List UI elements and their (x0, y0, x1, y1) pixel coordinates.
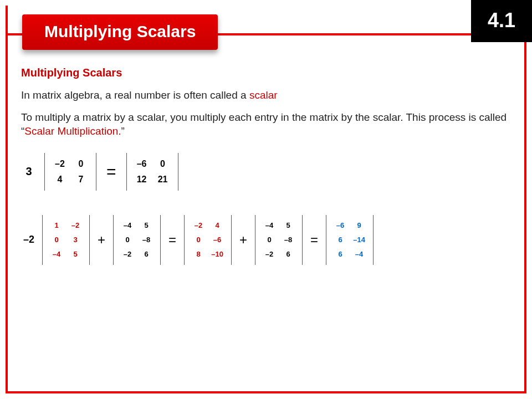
cell: 5 (66, 247, 85, 262)
cell: 5 (137, 218, 156, 233)
cell: –14 (350, 233, 369, 247)
sub-heading: Multiplying Scalars (21, 66, 511, 79)
cell: 12 (131, 172, 152, 187)
cell: 9 (350, 218, 369, 233)
eq1-scalar: 3 (21, 165, 37, 178)
cell: 0 (70, 156, 91, 172)
eq2-matrix-C: –24 0–6 8–10 (184, 215, 232, 265)
cell: 8 (189, 247, 208, 262)
cell: –2 (66, 218, 85, 233)
eq2-equals-1: = (166, 232, 178, 248)
term-scalar-multiplication: Scalar Multiplication. (24, 125, 121, 137)
para-scalar-mult: To multiply a matrix by a scalar, you mu… (21, 110, 511, 139)
cell: 3 (66, 233, 85, 247)
cell: –6 (331, 218, 350, 233)
slide-title-tab: Multiplying Scalars (22, 14, 218, 50)
equation-1: 3 –20 47 = –60 1221 (21, 153, 511, 191)
cell: 6 (331, 247, 350, 262)
eq2-matrix-E: –69 6–14 6–4 (326, 215, 374, 265)
cell: –6 (131, 156, 152, 172)
cell: –4 (47, 247, 66, 262)
cell: –2 (260, 247, 279, 262)
cell: –2 (49, 156, 70, 172)
eq1-equals: = (104, 162, 119, 181)
cell: 0 (118, 233, 137, 247)
para2-text-b: ” (121, 125, 125, 137)
header: Multiplying Scalars 4.1 (0, 0, 532, 50)
cell: 0 (260, 233, 279, 247)
cell: 6 (331, 233, 350, 247)
cell: –8 (279, 233, 298, 247)
para-scalar-definition: In matrix algebra, a real number is ofte… (21, 88, 511, 103)
cell: 6 (137, 247, 156, 262)
slide-content: Multiplying Scalars In matrix algebra, a… (21, 66, 511, 388)
cell: 1 (47, 218, 66, 233)
cell: –2 (189, 218, 208, 233)
eq2-scalar: –2 (21, 234, 37, 245)
eq2-plus-1: + (95, 232, 108, 248)
cell: 0 (152, 156, 173, 172)
cell: –6 (208, 233, 227, 247)
cell: –4 (118, 218, 137, 233)
eq2-plus-2: + (237, 232, 249, 248)
eq2-equals-2: = (308, 232, 320, 248)
eq1-matrix-A: –20 47 (44, 153, 96, 191)
term-scalar: scalar (249, 89, 278, 101)
cell: 4 (49, 172, 70, 187)
eq2-matrix-D: –45 0–8 –26 (255, 215, 303, 265)
eq1-matrix-R: –60 1221 (126, 153, 178, 191)
cell: 0 (47, 233, 66, 247)
cell: 6 (279, 247, 298, 262)
eq2-matrix-A: 1–2 03 –45 (42, 215, 90, 265)
cell: –4 (260, 218, 279, 233)
equation-2: –2 1–2 03 –45 + –45 0–8 –26 = –24 0–6 8–… (21, 215, 511, 265)
cell: 0 (189, 233, 208, 247)
cell: –2 (118, 247, 137, 262)
para1-text: In matrix algebra, a real number is ofte… (21, 89, 249, 101)
cell: –8 (137, 233, 156, 247)
cell: 7 (70, 172, 91, 187)
section-number-tab: 4.1 (471, 0, 532, 42)
cell: 4 (208, 218, 227, 233)
cell: 5 (279, 218, 298, 233)
cell: –4 (350, 247, 369, 262)
cell: –10 (208, 247, 227, 262)
cell: 21 (152, 172, 173, 187)
eq2-matrix-B: –45 0–8 –26 (113, 215, 161, 265)
